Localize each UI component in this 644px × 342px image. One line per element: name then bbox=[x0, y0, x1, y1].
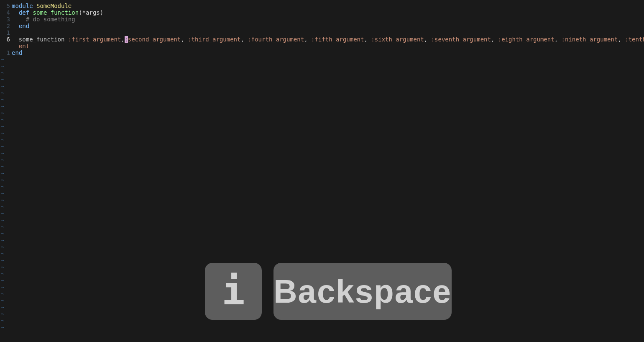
line-content: module SomeModule bbox=[12, 3, 72, 9]
empty-line-marker: ~ bbox=[1, 177, 4, 183]
empty-line-marker: ~ bbox=[1, 237, 4, 244]
empty-line-marker: ~ bbox=[1, 250, 4, 257]
key-indicator-backspace: Backspace bbox=[273, 263, 452, 320]
code-line[interactable]: 5module SomeModule bbox=[0, 3, 644, 9]
empty-line-marker: ~ bbox=[1, 116, 4, 123]
code-editor[interactable]: 5module SomeModule4 def some_function(*a… bbox=[0, 3, 644, 56]
empty-line-marker: ~ bbox=[1, 224, 4, 230]
line-number: 5 bbox=[0, 3, 12, 9]
empty-line-marker: ~ bbox=[1, 56, 4, 63]
line-number: 6 bbox=[0, 36, 12, 43]
empty-line-marker: ~ bbox=[1, 96, 4, 103]
code-line[interactable]: 6 some_function :first_argument,:second_… bbox=[0, 36, 644, 43]
empty-line-marker: ~ bbox=[1, 270, 4, 277]
line-content: some_function :first_argument,:second_ar… bbox=[12, 36, 644, 43]
line-content: # do something bbox=[12, 16, 75, 23]
empty-line-marker: ~ bbox=[1, 284, 4, 291]
code-line[interactable]: 2 end bbox=[0, 23, 644, 29]
line-number: 2 bbox=[0, 23, 12, 29]
empty-line-marker: ~ bbox=[1, 230, 4, 237]
key-indicator-i: i bbox=[205, 263, 262, 320]
line-content: end bbox=[12, 23, 29, 29]
empty-line-marker: ~ bbox=[1, 264, 4, 270]
code-line[interactable]: 1end bbox=[0, 49, 644, 56]
empty-line-marker: ~ bbox=[1, 157, 4, 163]
line-content: ent bbox=[12, 43, 29, 49]
line-number: 4 bbox=[0, 9, 12, 16]
line-content: def some_function(*args) bbox=[12, 9, 103, 16]
empty-line-marker: ~ bbox=[1, 110, 4, 116]
empty-line-marker: ~ bbox=[1, 210, 4, 217]
code-line[interactable]: 4 def some_function(*args) bbox=[0, 9, 644, 16]
code-line[interactable]: 1 bbox=[0, 29, 644, 36]
empty-line-marker: ~ bbox=[1, 217, 4, 224]
text-cursor: : bbox=[125, 36, 128, 43]
line-content: end bbox=[12, 49, 22, 56]
empty-line-marker: ~ bbox=[1, 317, 4, 324]
empty-line-marker: ~ bbox=[1, 83, 4, 90]
empty-line-marker: ~ bbox=[1, 170, 4, 177]
keypress-overlay: i Backspace bbox=[205, 263, 452, 320]
tilde-column: ~~~~~~~~~~~~~~~~~~~~~~~~~~~~~~~~~~~~~~~~… bbox=[1, 56, 4, 331]
empty-line-marker: ~ bbox=[1, 297, 4, 304]
empty-line-marker: ~ bbox=[1, 136, 4, 143]
empty-line-marker: ~ bbox=[1, 90, 4, 96]
empty-line-marker: ~ bbox=[1, 163, 4, 170]
code-line[interactable]: 3 # do something bbox=[0, 16, 644, 23]
empty-line-marker: ~ bbox=[1, 291, 4, 297]
code-line[interactable]: ent bbox=[0, 43, 644, 49]
empty-line-marker: ~ bbox=[1, 183, 4, 190]
empty-line-marker: ~ bbox=[1, 150, 4, 157]
line-number: 3 bbox=[0, 16, 12, 23]
empty-line-marker: ~ bbox=[1, 69, 4, 76]
line-number bbox=[0, 43, 12, 49]
line-number: 1 bbox=[0, 49, 12, 56]
empty-line-marker: ~ bbox=[1, 103, 4, 110]
empty-line-marker: ~ bbox=[1, 304, 4, 311]
empty-line-marker: ~ bbox=[1, 277, 4, 284]
empty-line-marker: ~ bbox=[1, 197, 4, 203]
empty-line-marker: ~ bbox=[1, 311, 4, 317]
empty-line-marker: ~ bbox=[1, 190, 4, 197]
empty-line-marker: ~ bbox=[1, 76, 4, 83]
empty-line-marker: ~ bbox=[1, 143, 4, 150]
line-number: 1 bbox=[0, 29, 12, 36]
empty-line-marker: ~ bbox=[1, 244, 4, 250]
empty-line-marker: ~ bbox=[1, 63, 4, 69]
empty-line-marker: ~ bbox=[1, 324, 4, 331]
empty-line-marker: ~ bbox=[1, 257, 4, 264]
empty-line-marker: ~ bbox=[1, 123, 4, 130]
empty-line-marker: ~ bbox=[1, 130, 4, 136]
empty-line-marker: ~ bbox=[1, 203, 4, 210]
